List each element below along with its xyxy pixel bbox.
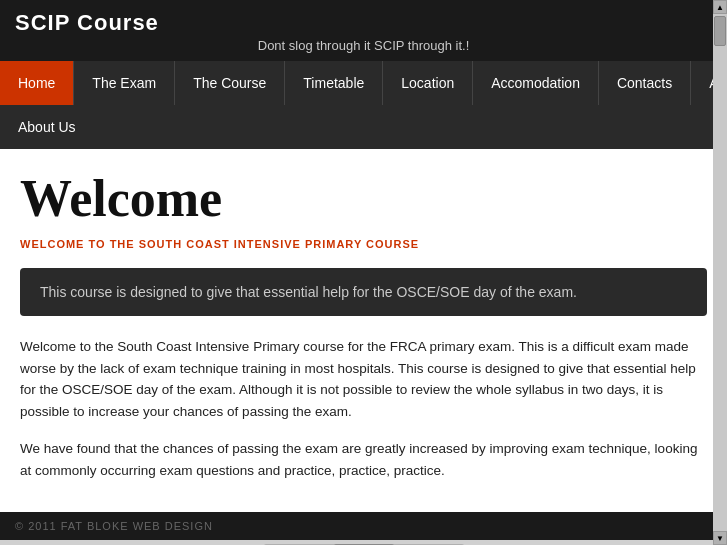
main-nav: Home The Exam The Course Timetable Locat… <box>0 61 727 105</box>
site-footer: © 2011 FAT BLOKE WEB DESIGN <box>0 512 727 540</box>
site-subtitle: Dont slog through it SCIP through it.! <box>15 38 712 53</box>
site-title: SCIP Course <box>15 10 712 36</box>
footer-text: © 2011 FAT BLOKE WEB DESIGN <box>15 520 213 532</box>
nav-the-exam[interactable]: The Exam <box>74 61 175 105</box>
nav-accomodation[interactable]: Accomodation <box>473 61 599 105</box>
nav-about-us[interactable]: About Us <box>0 105 94 149</box>
scroll-down-arrow[interactable]: ▼ <box>713 531 727 545</box>
main-content: Welcome WELCOME TO THE SOUTH COAST INTEN… <box>0 149 727 512</box>
welcome-subtitle: WELCOME TO THE SOUTH COAST INTENSIVE PRI… <box>20 238 707 250</box>
nav-timetable[interactable]: Timetable <box>285 61 383 105</box>
scroll-track-vertical <box>713 14 727 531</box>
scroll-up-arrow[interactable]: ▲ <box>713 0 727 14</box>
nav-location[interactable]: Location <box>383 61 473 105</box>
nav-contacts[interactable]: Contacts <box>599 61 691 105</box>
scroll-thumb-vertical[interactable] <box>714 16 726 46</box>
body-paragraph-2: We have found that the chances of passin… <box>20 438 707 481</box>
body-paragraph-1: Welcome to the South Coast Intensive Pri… <box>20 336 707 422</box>
highlight-box: This course is designed to give that ess… <box>20 268 707 316</box>
nav-home[interactable]: Home <box>0 61 74 105</box>
page-title: Welcome <box>20 169 707 228</box>
site-header: SCIP Course Dont slog through it SCIP th… <box>0 0 727 61</box>
nav-row2: About Us <box>0 105 727 149</box>
nav-the-course[interactable]: The Course <box>175 61 285 105</box>
vertical-scrollbar[interactable]: ▲ ▼ <box>713 0 727 545</box>
horizontal-scrollbar[interactable] <box>0 540 727 545</box>
